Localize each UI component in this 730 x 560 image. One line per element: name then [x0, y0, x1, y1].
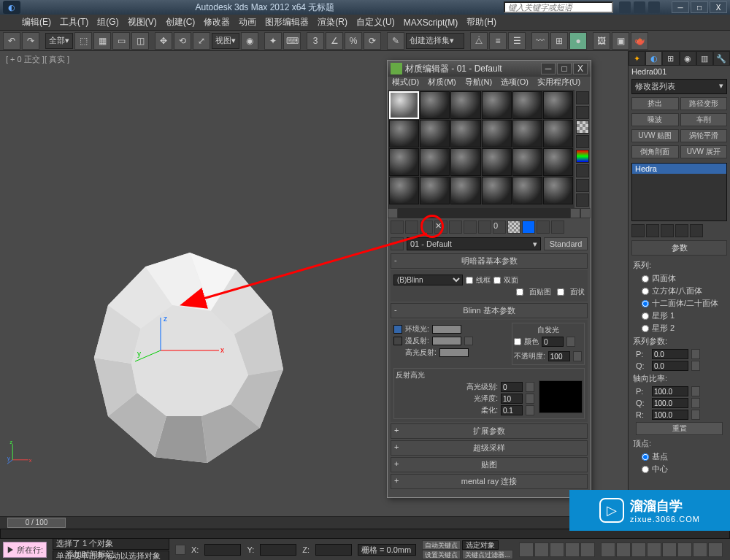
modifier-stack[interactable]: Hedra — [631, 163, 727, 221]
ambient-color-swatch[interactable] — [432, 325, 461, 334]
make-preview-icon[interactable] — [576, 164, 589, 177]
menu-rendering[interactable]: 渲染(R) — [318, 16, 347, 28]
family-tetra-radio[interactable] — [642, 275, 649, 283]
scroll-right-icon[interactable] — [570, 208, 580, 218]
menu-customize[interactable]: 自定义(U) — [356, 16, 395, 28]
select-button[interactable]: ⬚ — [74, 32, 92, 50]
select-name-button[interactable]: ▦ — [93, 32, 111, 50]
material-id-icon[interactable]: 0 — [493, 220, 506, 234]
material-slot[interactable] — [389, 177, 419, 204]
options-icon[interactable] — [576, 179, 589, 192]
mod-btn-uvwunwrap[interactable]: UVW 展开 — [680, 145, 728, 158]
material-slot[interactable] — [543, 148, 573, 176]
material-editor-button[interactable]: ● — [569, 32, 587, 50]
utilities-tab[interactable]: 🔧 — [713, 51, 730, 66]
axis-p-spinner[interactable] — [652, 386, 688, 396]
pin-stack-icon[interactable] — [631, 224, 645, 237]
configure-sets-icon[interactable] — [690, 224, 703, 237]
q-spin-buttons[interactable] — [691, 361, 700, 371]
material-slot[interactable] — [420, 91, 450, 119]
align-button[interactable]: ≡ — [489, 32, 507, 50]
scroll-left-icon[interactable] — [388, 208, 398, 218]
menu-help[interactable]: 帮助(H) — [466, 16, 496, 28]
material-slot[interactable] — [450, 148, 480, 176]
faceted-checkbox[interactable] — [557, 288, 564, 296]
rollout-blinn-basic[interactable]: -Blinn 基本参数 — [391, 303, 588, 318]
render-setup-button[interactable]: 🖼 — [593, 32, 610, 50]
transform-gizmo[interactable]: x y z — [131, 314, 226, 365]
time-slider-handle[interactable]: 0 / 100 — [7, 518, 66, 528]
mat-menu-utilities[interactable]: 实用程序(U) — [537, 77, 580, 90]
next-frame-icon[interactable] — [565, 542, 580, 557]
display-tab[interactable]: ▥ — [696, 51, 713, 66]
p-spin-buttons[interactable] — [691, 349, 700, 359]
material-slot[interactable] — [389, 120, 419, 147]
angle-snap-button[interactable]: ∠ — [326, 32, 343, 50]
mod-btn-pathdeform[interactable]: 路径变形 — [680, 97, 728, 110]
star-icon[interactable] — [634, 1, 645, 13]
mod-btn-lathe[interactable]: 车削 — [680, 113, 728, 126]
show-in-viewport-icon[interactable] — [507, 220, 520, 234]
window-crossing-button[interactable]: ◫ — [131, 32, 149, 50]
axis-r-spinner[interactable] — [652, 410, 688, 420]
material-slot[interactable] — [512, 177, 542, 204]
opacity-spinner[interactable] — [548, 351, 570, 361]
mat-close-button[interactable]: X — [573, 63, 588, 74]
goto-start-icon[interactable] — [519, 542, 534, 557]
scroll-track[interactable] — [398, 208, 570, 218]
mod-btn-extrude[interactable]: 挤出 — [631, 97, 679, 110]
diffuse-lock-icon[interactable] — [393, 337, 402, 345]
sample-type-icon[interactable] — [576, 91, 589, 104]
material-slot[interactable] — [543, 120, 573, 147]
glossiness-spinner[interactable] — [501, 394, 523, 404]
rotate-button[interactable]: ⟲ — [174, 32, 191, 50]
create-tab[interactable]: ✦ — [629, 51, 645, 66]
hierarchy-tab[interactable]: ⊞ — [662, 51, 679, 66]
mod-btn-turbosmooth[interactable]: 涡轮平滑 — [680, 129, 728, 142]
wire-checkbox[interactable] — [466, 277, 473, 284]
show-end-result-icon[interactable] — [522, 220, 535, 234]
zoom-extents-icon[interactable] — [631, 542, 646, 557]
remove-mod-icon[interactable] — [675, 224, 688, 237]
render-button[interactable]: 🫖 — [631, 32, 648, 50]
mat-minimize-button[interactable]: ─ — [541, 63, 556, 74]
ref-coord-dropdown[interactable]: 视图 ▾ — [212, 33, 239, 49]
percent-snap-button[interactable]: % — [345, 32, 362, 50]
make-copy-icon[interactable] — [449, 220, 462, 234]
rendered-frame-button[interactable]: ▣ — [612, 32, 629, 50]
material-slot[interactable] — [512, 120, 542, 147]
rollout-params[interactable]: 参数 — [631, 240, 727, 256]
selfillum-spinner[interactable] — [542, 337, 564, 347]
material-slot[interactable] — [389, 148, 419, 176]
maximize-button[interactable]: □ — [691, 1, 708, 13]
put-to-scene-icon[interactable] — [405, 220, 418, 234]
modifier-list-dropdown[interactable]: 修改器列表▾ — [631, 79, 727, 94]
material-slot[interactable] — [450, 91, 480, 119]
mod-btn-noise[interactable]: 噪波 — [631, 113, 679, 126]
backlight-icon[interactable] — [576, 106, 589, 119]
pivot-button[interactable]: ◉ — [241, 32, 258, 50]
material-slot[interactable] — [420, 120, 450, 147]
zoom-all-icon[interactable] — [616, 542, 631, 557]
shader-dropdown[interactable]: (B)Blinn — [393, 275, 463, 285]
material-slot[interactable] — [543, 177, 573, 204]
schematic-button[interactable]: ⊞ — [550, 32, 568, 50]
axis-q-spinner[interactable] — [652, 398, 688, 408]
menu-grapheditors[interactable]: 图形编辑器 — [265, 16, 309, 28]
curve-editor-button[interactable]: 〰 — [531, 32, 549, 50]
play-icon[interactable] — [550, 542, 564, 557]
object-name-field[interactable]: Hedra001 — [629, 66, 730, 77]
vertex-center-radio[interactable] — [642, 466, 649, 473]
reset-button[interactable]: 重置 — [636, 422, 723, 435]
autokey-button[interactable]: 自动关键点 — [422, 540, 461, 550]
rollout-extended[interactable]: +扩展参数 — [391, 423, 588, 439]
help-icon[interactable] — [648, 1, 660, 13]
spinner-snap-button[interactable]: ⟳ — [364, 32, 381, 50]
twosided-checkbox[interactable] — [493, 277, 501, 284]
manipulate-button[interactable]: ✦ — [264, 32, 282, 50]
video-color-icon[interactable] — [576, 150, 589, 163]
rollout-maps[interactable]: +贴图 — [391, 457, 588, 472]
material-slot[interactable] — [450, 177, 480, 204]
vertex-base-radio[interactable] — [642, 453, 649, 461]
diffuse-color-swatch[interactable] — [432, 337, 461, 345]
